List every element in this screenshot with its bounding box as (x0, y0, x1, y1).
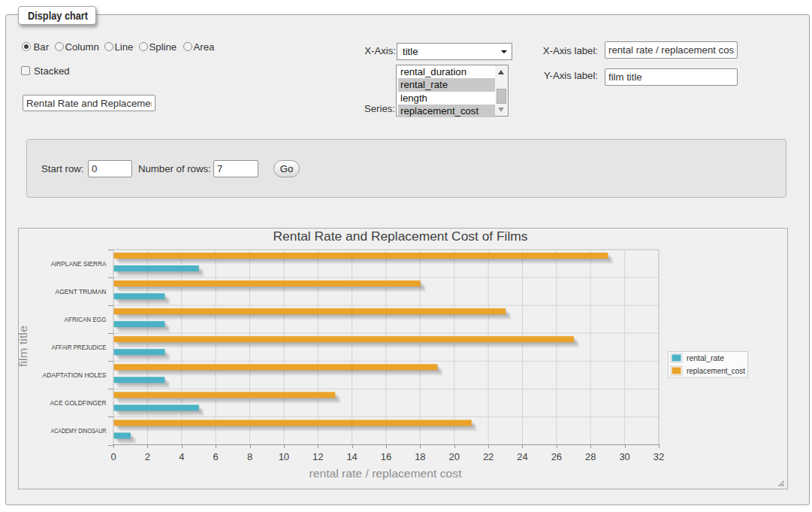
svg-text:18: 18 (415, 451, 425, 462)
svg-text:rental_rate: rental_rate (687, 353, 724, 362)
svg-text:12: 12 (312, 451, 323, 462)
svg-text:14: 14 (346, 451, 357, 462)
svg-text:replacement_cost: replacement_cost (687, 366, 746, 375)
svg-text:AGENT TRUMAN: AGENT TRUMAN (56, 287, 107, 295)
svg-text:30: 30 (619, 451, 629, 462)
svg-text:ACE GOLDFINGER: ACE GOLDFINGER (50, 398, 107, 407)
svg-text:8: 8 (247, 451, 252, 462)
svg-text:22: 22 (483, 451, 494, 462)
svg-text:26: 26 (551, 451, 562, 462)
svg-text:0: 0 (110, 451, 116, 462)
svg-text:film title: film title (19, 326, 29, 367)
svg-text:ADAPTATION HOLES: ADAPTATION HOLES (43, 371, 107, 379)
svg-text:16: 16 (381, 451, 391, 462)
svg-text:AFFAIR PREJUDICE: AFFAIR PREJUDICE (52, 343, 107, 351)
svg-text:32: 32 (654, 451, 664, 462)
svg-text:28: 28 (585, 451, 596, 462)
svg-text:AIRPLANE SIERRA: AIRPLANE SIERRA (51, 259, 107, 268)
svg-text:20: 20 (449, 451, 460, 462)
svg-text:6: 6 (213, 451, 219, 462)
svg-text:24: 24 (517, 451, 527, 462)
svg-text:Rental Rate and Replacement Co: Rental Rate and Replacement Cost of Film… (273, 229, 528, 244)
svg-text:2: 2 (145, 451, 150, 462)
svg-text:AFRICAN EGG: AFRICAN EGG (65, 315, 107, 323)
svg-text:10: 10 (279, 451, 289, 462)
svg-text:ACADEMY DINOSAUR: ACADEMY DINOSAUR (51, 426, 107, 435)
svg-text:4: 4 (179, 451, 184, 462)
svg-text:rental rate / replacement cost: rental rate / replacement cost (309, 467, 463, 480)
